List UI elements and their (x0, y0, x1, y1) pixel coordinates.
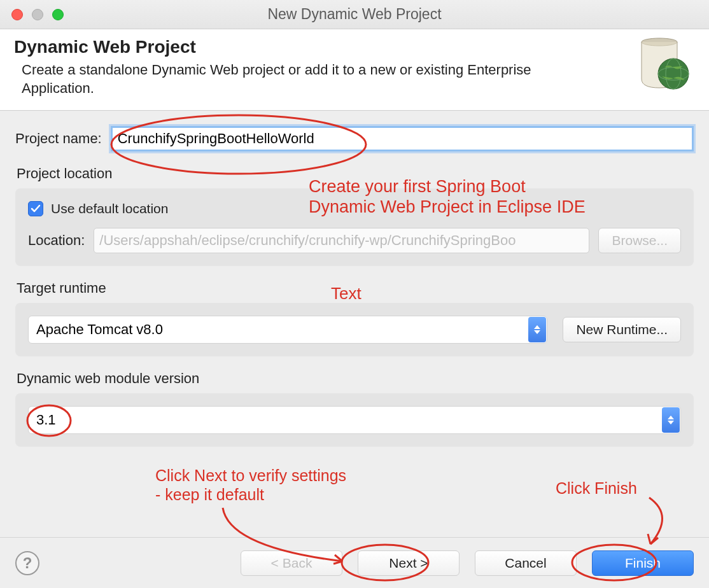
check-icon (31, 204, 41, 214)
close-window-icon[interactable] (11, 9, 23, 20)
module-version-group: Dynamic web module version (15, 370, 694, 447)
zoom-window-icon[interactable] (52, 9, 64, 20)
wizard-jar-globe-icon (634, 34, 691, 92)
dropdown-caret-icon[interactable] (662, 407, 680, 433)
help-button[interactable]: ? (15, 551, 39, 575)
browse-button: Browse... (598, 228, 681, 253)
window-title-bar: New Dynamic Web Project (0, 0, 709, 29)
target-runtime-title: Target runtime (17, 280, 694, 297)
traffic-lights (11, 0, 64, 29)
target-runtime-select[interactable] (28, 316, 547, 344)
target-runtime-value[interactable] (28, 316, 547, 344)
annotation-text: - keep it default (155, 486, 264, 503)
wizard-header: Dynamic Web Project Create a standalone … (0, 29, 709, 111)
wizard-heading: Dynamic Web Project (14, 37, 695, 57)
project-name-input[interactable] (111, 126, 694, 151)
wizard-body: Project name: Project location Use defau… (0, 111, 709, 447)
annotation-text: Click Finish (556, 479, 637, 497)
project-name-label: Project name: (15, 130, 102, 147)
wizard-description: Create a standalone Dynamic Web project … (22, 61, 575, 97)
location-row: Location: Browse... (28, 228, 681, 253)
project-location-title: Project location (17, 165, 694, 182)
location-label: Location: (28, 232, 85, 249)
module-version-title: Dynamic web module version (17, 370, 694, 387)
dropdown-caret-icon[interactable] (528, 317, 546, 342)
use-default-location-checkbox[interactable] (28, 201, 43, 216)
project-name-row: Project name: (15, 126, 694, 151)
wizard-footer: ? < Back Next > Cancel Finish (0, 537, 709, 588)
annotation-text: Click Next to verify settings (155, 466, 346, 484)
finish-button[interactable]: Finish (592, 550, 694, 576)
use-default-location-label: Use default location (51, 201, 168, 216)
module-version-value[interactable] (28, 406, 681, 434)
module-version-select[interactable] (28, 406, 681, 434)
cancel-button[interactable]: Cancel (475, 550, 577, 576)
window-title: New Dynamic Web Project (267, 6, 441, 23)
new-runtime-button[interactable]: New Runtime... (563, 317, 681, 342)
use-default-location-row: Use default location (28, 201, 681, 216)
back-button: < Back (241, 550, 342, 576)
project-location-group: Project location Use default location Lo… (15, 165, 694, 266)
target-runtime-group: Target runtime New Runtime... (15, 280, 694, 356)
next-button[interactable]: Next > (358, 550, 460, 576)
location-input (94, 228, 589, 253)
minimize-window-icon[interactable] (32, 9, 43, 20)
